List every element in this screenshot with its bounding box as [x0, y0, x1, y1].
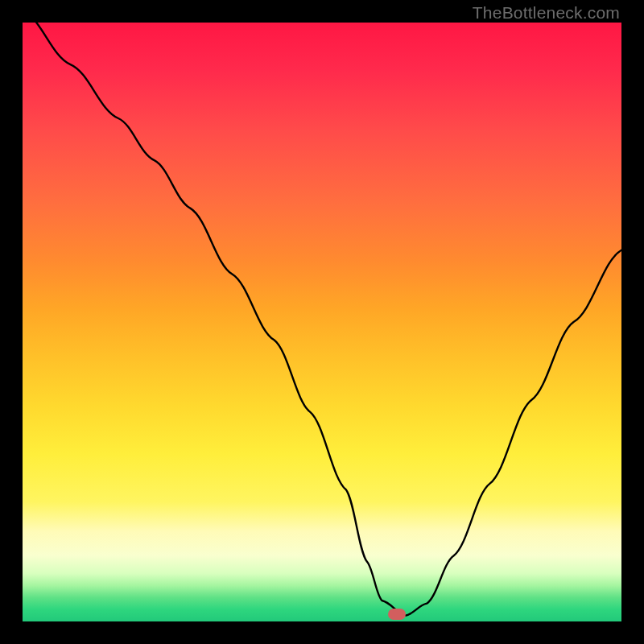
plot-area — [23, 23, 621, 621]
watermark-text: TheBottleneck.com — [473, 3, 620, 23]
bottleneck-curve — [23, 23, 621, 621]
chart-frame: TheBottleneck.com — [0, 0, 644, 644]
optimal-marker — [388, 609, 406, 620]
